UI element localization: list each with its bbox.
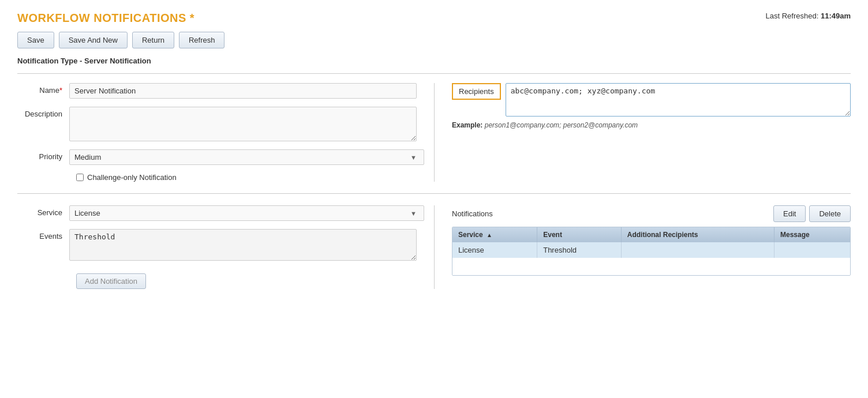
page-header: WORKFLOW NOTIFICATIONS * Last Refreshed:… <box>17 12 851 25</box>
recipients-example: Example: person1@company.com; person2@co… <box>452 121 851 129</box>
last-refreshed-label: Last Refreshed: <box>766 12 819 20</box>
service-row: Service License Other ▼ <box>17 205 417 221</box>
col-message: Message <box>775 227 850 242</box>
notifications-buttons: Edit Delete <box>773 205 851 222</box>
edit-button[interactable]: Edit <box>773 205 806 222</box>
col-service: Service ▲ <box>452 227 537 242</box>
divider-top <box>17 73 851 74</box>
form-section: Name* Description Priority Low Medium Hi… <box>17 83 851 194</box>
example-label: Example: <box>452 121 482 129</box>
form-right: Recipients abc@company.com; xyz@company.… <box>434 83 851 182</box>
table-row[interactable]: License Threshold <box>452 242 850 258</box>
bottom-left: Service License Other ▼ Events Threshold… <box>17 205 434 289</box>
notifications-table-wrapper: Service ▲ Event Additional Recipients Me… <box>452 227 851 276</box>
bottom-section: Service License Other ▼ Events Threshold… <box>17 205 851 289</box>
events-row: Events Threshold <box>17 229 417 261</box>
service-select-wrapper: License Other ▼ <box>69 205 417 221</box>
save-and-new-button[interactable]: Save And New <box>59 32 128 48</box>
add-notification-button[interactable]: Add Notification <box>76 273 146 289</box>
name-input[interactable] <box>69 83 417 99</box>
save-button[interactable]: Save <box>17 32 54 48</box>
challenge-only-checkbox[interactable] <box>76 174 84 181</box>
priority-row: Priority Low Medium High ▼ <box>17 149 417 165</box>
cell-message <box>775 242 850 258</box>
cell-service: License <box>452 242 537 258</box>
events-label: Events <box>17 229 69 241</box>
description-input[interactable] <box>69 107 417 141</box>
challenge-only-label: Challenge-only Notification <box>87 173 177 182</box>
notification-type-label: Notification Type - Server Notification <box>17 57 851 65</box>
recipients-label: Recipients <box>452 83 501 100</box>
last-refreshed-time: 11:49am <box>821 12 851 20</box>
recipients-wrapper: Recipients abc@company.com; xyz@company.… <box>452 83 851 117</box>
service-select[interactable]: License Other <box>69 205 424 221</box>
toolbar: Save Save And New Return Refresh <box>17 32 851 48</box>
delete-button[interactable]: Delete <box>809 205 851 222</box>
col-additional-recipients: Additional Recipients <box>621 227 774 242</box>
cell-event: Threshold <box>537 242 622 258</box>
last-refreshed: Last Refreshed: 11:49am <box>766 12 851 20</box>
cell-additional-recipients <box>621 242 774 258</box>
notifications-header: Notifications Edit Delete <box>452 205 851 222</box>
return-button[interactable]: Return <box>132 32 174 48</box>
form-left: Name* Description Priority Low Medium Hi… <box>17 83 434 182</box>
priority-select[interactable]: Low Medium High <box>69 149 424 165</box>
notifications-title: Notifications <box>452 209 493 218</box>
events-textarea[interactable]: Threshold <box>69 229 417 261</box>
recipients-input[interactable]: abc@company.com; xyz@company.com <box>506 83 851 117</box>
name-required: * <box>59 86 62 95</box>
add-notification-wrapper: Add Notification <box>76 269 417 289</box>
name-label: Name* <box>17 83 69 95</box>
checkbox-row: Challenge-only Notification <box>76 173 417 182</box>
page-title: WORKFLOW NOTIFICATIONS * <box>17 12 194 25</box>
bottom-right: Notifications Edit Delete Service ▲ Even… <box>434 205 851 289</box>
description-label: Description <box>17 107 69 118</box>
priority-label: Priority <box>17 149 69 161</box>
notifications-table: Service ▲ Event Additional Recipients Me… <box>452 227 850 275</box>
example-value: person1@company.com; person2@company.com <box>485 121 638 129</box>
col-event: Event <box>537 227 622 242</box>
table-row-empty <box>452 258 850 275</box>
service-label: Service <box>17 205 69 217</box>
refresh-button[interactable]: Refresh <box>179 32 225 48</box>
description-row: Description <box>17 107 417 141</box>
sort-arrow-service: ▲ <box>487 232 492 238</box>
table-header-row: Service ▲ Event Additional Recipients Me… <box>452 227 850 242</box>
name-row: Name* <box>17 83 417 99</box>
priority-select-wrapper: Low Medium High ▼ <box>69 149 417 165</box>
